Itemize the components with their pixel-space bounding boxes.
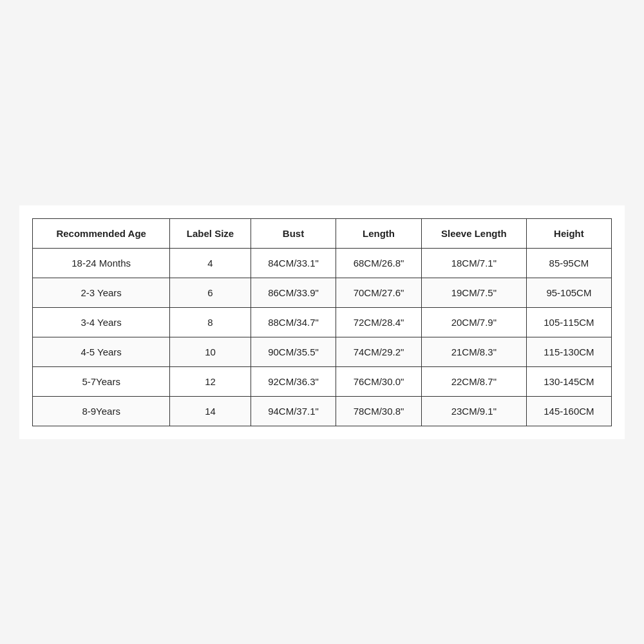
cell-length: 76CM/30.0": [336, 366, 422, 396]
cell-age: 3-4 Years: [33, 307, 170, 337]
cell-sleeve-length: 23CM/9.1": [421, 396, 526, 426]
cell-height: 115-130CM: [526, 337, 611, 366]
cell-length: 78CM/30.8": [336, 396, 422, 426]
size-chart-table: Recommended Age Label Size Bust Length S…: [32, 218, 612, 426]
cell-height: 105-115CM: [526, 307, 611, 337]
table-row: 3-4 Years888CM/34.7"72CM/28.4"20CM/7.9"1…: [33, 307, 612, 337]
cell-label-size: 12: [170, 366, 251, 396]
cell-bust: 88CM/34.7": [251, 307, 336, 337]
cell-length: 72CM/28.4": [336, 307, 422, 337]
table-row: 5-7Years1292CM/36.3"76CM/30.0"22CM/8.7"1…: [33, 366, 612, 396]
table-row: 4-5 Years1090CM/35.5"74CM/29.2"21CM/8.3"…: [33, 337, 612, 366]
size-chart-container: Recommended Age Label Size Bust Length S…: [19, 205, 625, 439]
cell-height: 95-105CM: [526, 278, 611, 307]
cell-age: 4-5 Years: [33, 337, 170, 366]
cell-bust: 90CM/35.5": [251, 337, 336, 366]
header-height: Height: [526, 218, 611, 248]
cell-length: 74CM/29.2": [336, 337, 422, 366]
cell-height: 130-145CM: [526, 366, 611, 396]
cell-sleeve-length: 19CM/7.5": [421, 278, 526, 307]
cell-age: 2-3 Years: [33, 278, 170, 307]
header-label-size: Label Size: [170, 218, 251, 248]
cell-age: 5-7Years: [33, 366, 170, 396]
cell-label-size: 14: [170, 396, 251, 426]
header-sleeve-length: Sleeve Length: [421, 218, 526, 248]
cell-sleeve-length: 21CM/8.3": [421, 337, 526, 366]
table-row: 8-9Years1494CM/37.1"78CM/30.8"23CM/9.1"1…: [33, 396, 612, 426]
cell-label-size: 10: [170, 337, 251, 366]
cell-label-size: 4: [170, 248, 251, 278]
cell-bust: 86CM/33.9": [251, 278, 336, 307]
header-length: Length: [336, 218, 422, 248]
header-bust: Bust: [251, 218, 336, 248]
cell-age: 8-9Years: [33, 396, 170, 426]
table-header-row: Recommended Age Label Size Bust Length S…: [33, 218, 612, 248]
cell-bust: 84CM/33.1": [251, 248, 336, 278]
header-recommended-age: Recommended Age: [33, 218, 170, 248]
cell-age: 18-24 Months: [33, 248, 170, 278]
cell-sleeve-length: 22CM/8.7": [421, 366, 526, 396]
table-row: 18-24 Months484CM/33.1"68CM/26.8"18CM/7.…: [33, 248, 612, 278]
cell-height: 85-95CM: [526, 248, 611, 278]
cell-length: 68CM/26.8": [336, 248, 422, 278]
cell-height: 145-160CM: [526, 396, 611, 426]
cell-label-size: 6: [170, 278, 251, 307]
cell-sleeve-length: 20CM/7.9": [421, 307, 526, 337]
cell-bust: 94CM/37.1": [251, 396, 336, 426]
table-row: 2-3 Years686CM/33.9"70CM/27.6"19CM/7.5"9…: [33, 278, 612, 307]
cell-label-size: 8: [170, 307, 251, 337]
cell-sleeve-length: 18CM/7.1": [421, 248, 526, 278]
cell-bust: 92CM/36.3": [251, 366, 336, 396]
cell-length: 70CM/27.6": [336, 278, 422, 307]
